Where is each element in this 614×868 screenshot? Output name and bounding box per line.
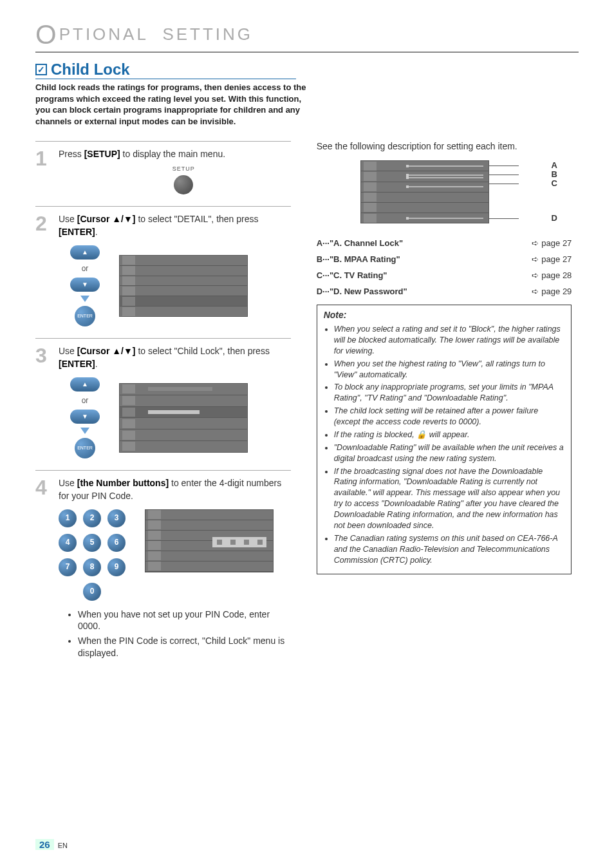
note-item: When you select a rating and set it to "…	[334, 324, 565, 357]
menu-row	[120, 276, 247, 287]
diag-sliders	[377, 186, 488, 187]
key-2: 2	[83, 509, 101, 527]
step2-post: .	[95, 227, 98, 237]
menu-item-icon	[148, 561, 161, 571]
pin-entry-screenshot	[145, 509, 274, 572]
menu-row	[145, 561, 273, 572]
menu-item-icon	[148, 520, 161, 529]
step-3: 3 Use [Cursor ▲/▼] to select "Child Lock…	[35, 338, 291, 470]
menu-item-icon	[364, 182, 377, 191]
section-intro: Child lock reads the ratings for program…	[35, 82, 318, 127]
step2-pre: Use	[59, 214, 77, 224]
menu-item-icon	[364, 172, 377, 181]
item-label: A···"A. Channel Lock"	[317, 238, 403, 248]
right-column: See the following description for settin…	[317, 141, 572, 674]
menu-row-selected	[120, 407, 247, 419]
arrow-right-icon: ➪	[532, 254, 539, 264]
menu-row	[145, 520, 273, 531]
diag-row-a	[361, 161, 488, 171]
arrow-down-icon	[80, 296, 89, 302]
header-bar: OPTIONAL SETTING	[35, 19, 579, 53]
page-language: EN	[58, 842, 68, 849]
svg-marker-1	[80, 428, 89, 434]
step4-note-item: When you have not set up your PIN Code, …	[78, 609, 291, 633]
number-keypad: 1 2 3 4 5 6 7 8 9 0	[59, 509, 126, 601]
step4-note-item: When the PIN Code is correct, "Child Loc…	[78, 635, 291, 659]
menu-row	[120, 286, 247, 296]
arrow-down-icon	[80, 428, 89, 434]
key-8: 8	[83, 558, 101, 576]
menu-row	[120, 307, 247, 316]
or-label: or	[82, 263, 89, 274]
table-row: B···"B. MPAA Rating" ➪page 27	[317, 251, 572, 267]
step1-bold: [SETUP]	[84, 149, 120, 159]
page-footer: 26 EN	[35, 839, 68, 850]
step-number: 4	[35, 477, 52, 662]
step2-mid: to select "DETAIL", then press	[136, 214, 259, 224]
page-number: 26	[35, 839, 54, 850]
menu-item-icon	[122, 442, 135, 451]
menu-item-icon	[122, 297, 135, 306]
key-7: 7	[59, 558, 77, 576]
header-word1: PTIONAL	[59, 24, 148, 44]
note-item: The child lock setting will be retained …	[334, 406, 565, 428]
header-word2: SETTING	[162, 24, 253, 44]
step-body: Use [Cursor ▲/▼] to select "Child Lock",…	[59, 345, 291, 458]
header-initial: O	[35, 19, 59, 50]
step1-post: to display the main menu.	[120, 149, 225, 159]
note-box: Note: When you select a rating and set i…	[317, 305, 572, 574]
key-4: 4	[59, 534, 77, 552]
cursor-buttons: ▲ or ▼ ENTER	[70, 245, 100, 327]
item-label: D···"D. New Password"	[317, 287, 407, 296]
step-4: 4 Use [the Number buttons] to enter the …	[35, 470, 291, 674]
menu-item-icon	[122, 384, 135, 393]
step2-bold: [Cursor ▲/▼]	[77, 214, 136, 224]
enter-button-icon: ENTER	[75, 438, 95, 458]
item-label: C···"C. TV Rating"	[317, 270, 387, 280]
menu-row	[120, 266, 247, 276]
step-number: 3	[35, 345, 52, 458]
step4-illustration: 1 2 3 4 5 6 7 8 9 0	[59, 509, 291, 601]
item-reference-table: A···"A. Channel Lock" ➪page 27 B···"B. M…	[317, 235, 572, 299]
menu-item-icon	[122, 276, 135, 285]
page-ref: ➪page 27	[532, 238, 572, 248]
menu-row	[145, 551, 273, 561]
step-2: 2 Use [Cursor ▲/▼] to select "DETAIL", t…	[35, 206, 291, 338]
cursor-down-icon: ▼	[70, 278, 100, 292]
arrow-right-icon: ➪	[532, 238, 539, 248]
menu-item-icon	[148, 510, 161, 519]
step4-notes: When you have not set up your PIN Code, …	[59, 609, 291, 660]
arrow-right-icon: ➪	[532, 270, 539, 280]
menu-item-icon	[122, 256, 135, 265]
svg-marker-0	[80, 296, 89, 302]
diag-row-b	[361, 171, 488, 182]
step3-illustration: ▲ or ▼ ENTER	[59, 377, 291, 459]
menu-item-icon	[148, 531, 161, 540]
key-1: 1	[59, 509, 77, 527]
note-item: "Downloadable Rating" will be available …	[334, 442, 565, 464]
step-1: 1 Press [SETUP] to display the main menu…	[35, 141, 291, 206]
menu-item-icon	[364, 193, 377, 202]
key-blank	[107, 583, 126, 601]
right-intro: See the following description for settin…	[317, 141, 572, 151]
content-columns: 1 Press [SETUP] to display the main menu…	[35, 141, 579, 674]
callout-c: C	[552, 178, 557, 188]
diag-row-d	[361, 213, 488, 223]
page-ref: ➪page 29	[532, 287, 572, 296]
diag-row-c	[361, 182, 488, 193]
menu-row	[145, 510, 273, 520]
step3-pre: Use	[59, 346, 77, 356]
note-list: When you select a rating and set it to "…	[324, 324, 565, 565]
menu-item-icon	[122, 419, 135, 428]
menu-item-bar	[148, 387, 212, 391]
key-5: 5	[83, 534, 101, 552]
menu-row	[120, 429, 247, 441]
menu-row	[120, 384, 247, 395]
callout-line	[489, 175, 519, 175]
diag-row	[361, 203, 488, 213]
cursor-up-icon: ▲	[70, 377, 100, 392]
menu-item-bar	[148, 410, 200, 414]
menu-item-icon	[122, 266, 135, 275]
step1-pre: Press	[59, 149, 84, 159]
cursor-down-icon: ▼	[70, 410, 100, 424]
